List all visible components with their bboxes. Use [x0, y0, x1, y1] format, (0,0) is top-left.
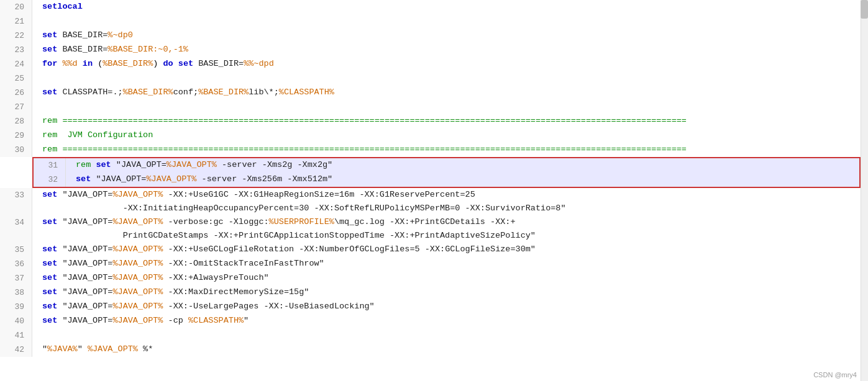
table-row: 39 set "JAVA_OPT=%JAVA_OPT% -XX:-UseLarg… — [0, 300, 861, 314]
table-row: 36 set "JAVA_OPT=%JAVA_OPT% -XX:-OmitSta… — [0, 257, 861, 271]
table-row: 21 — [0, 14, 861, 29]
table-row: 37 set "JAVA_OPT=%JAVA_OPT% -XX:+AlwaysP… — [0, 271, 861, 285]
code-line: set CLASSPATH=.;%BASE_DIR%conf;%BASE_DIR… — [32, 86, 861, 100]
line-number: 35 — [0, 243, 32, 257]
table-row: 23 set BASE_DIR=%BASE_DIR:~0,-1% — [0, 43, 861, 57]
line-number: 21 — [0, 14, 32, 29]
line-number: 27 — [0, 100, 32, 114]
code-line: "%JAVA%" %JAVA_OPT% %* — [32, 343, 861, 357]
table-row: 20 setlocal — [0, 0, 861, 14]
table-row: 34 set "JAVA_OPT=%JAVA_OPT% -verbose:gc … — [0, 215, 861, 243]
table-row: 24 for %%d in (%BASE_DIR%) do set BASE_D… — [0, 57, 861, 71]
line-number: 28 — [0, 114, 32, 128]
line-number: 26 — [0, 86, 32, 100]
code-line: rem ====================================… — [32, 114, 861, 128]
code-line: rem set "JAVA_OPT=%JAVA_OPT% -server -Xm… — [66, 158, 859, 173]
code-line: set BASE_DIR=%~dp0 — [32, 29, 861, 43]
table-row: 35 set "JAVA_OPT=%JAVA_OPT% -XX:+UseGCLo… — [0, 243, 861, 257]
boxed-block: 31 rem set "JAVA_OPT=%JAVA_OPT% -server … — [32, 157, 861, 188]
code-line: set BASE_DIR=%BASE_DIR:~0,-1% — [32, 43, 861, 57]
table-row: 42 "%JAVA%" %JAVA_OPT% %* — [0, 343, 861, 357]
scrollbar[interactable] — [861, 0, 868, 381]
table-row: 26 set CLASSPATH=.;%BASE_DIR%conf;%BASE_… — [0, 86, 861, 100]
line-number: 36 — [0, 257, 32, 271]
code-line: set "JAVA_OPT=%JAVA_OPT% -XX:MaxDirectMe… — [32, 285, 861, 300]
line-number: 23 — [0, 43, 32, 57]
code-line: setlocal — [32, 0, 861, 14]
code-line: set "JAVA_OPT=%JAVA_OPT% -cp %CLASSPATH%… — [32, 314, 861, 328]
line-number: 38 — [0, 285, 32, 300]
code-line: rem ====================================… — [32, 143, 861, 157]
line-number: 41 — [0, 328, 32, 343]
code-line: set "JAVA_OPT=%JAVA_OPT% -XX:+UseGCLogFi… — [32, 243, 861, 257]
table-row: 22 set BASE_DIR=%~dp0 — [0, 29, 861, 43]
table-row: 38 set "JAVA_OPT=%JAVA_OPT% -XX:MaxDirec… — [0, 285, 861, 300]
line-number: 30 — [0, 143, 32, 157]
table-row: 30 rem =================================… — [0, 143, 861, 157]
line-number: 24 — [0, 57, 32, 71]
table-row: 41 — [0, 328, 861, 343]
code-editor: 20 setlocal 21 22 set BASE_DIR=%~dp0 23 … — [0, 0, 868, 381]
line-number: 31 — [34, 158, 66, 173]
code-line: set "JAVA_OPT=%JAVA_OPT% -XX:-OmitStackT… — [32, 257, 861, 271]
line-number: 40 — [0, 314, 32, 328]
code-line: set "JAVA_OPT=%JAVA_OPT% -server -Xms256… — [66, 173, 859, 187]
watermark: CSDN @mry4 — [813, 371, 857, 379]
code-line: set "JAVA_OPT=%JAVA_OPT% -XX:+UseG1GC -X… — [32, 188, 861, 215]
line-number: 22 — [0, 29, 32, 43]
line-number: 20 — [0, 0, 32, 14]
line-number: 34 — [0, 215, 32, 243]
code-line: set "JAVA_OPT=%JAVA_OPT% -XX:+AlwaysPreT… — [32, 271, 861, 285]
line-number: 25 — [0, 71, 32, 86]
line-number: 39 — [0, 300, 32, 314]
line-number: 37 — [0, 271, 32, 285]
table-row: 33 set "JAVA_OPT=%JAVA_OPT% -XX:+UseG1GC… — [0, 188, 861, 215]
code-line — [32, 71, 861, 86]
code-line — [32, 328, 861, 343]
code-line: set "JAVA_OPT=%JAVA_OPT% -verbose:gc -Xl… — [32, 215, 861, 243]
code-line: for %%d in (%BASE_DIR%) do set BASE_DIR=… — [32, 57, 861, 71]
scrollbar-thumb[interactable] — [861, 0, 868, 19]
table-row: 32 set "JAVA_OPT=%JAVA_OPT% -server -Xms… — [34, 173, 859, 187]
table-row: 28 rem =================================… — [0, 114, 861, 128]
code-line: set "JAVA_OPT=%JAVA_OPT% -XX:-UseLargePa… — [32, 300, 861, 314]
line-number: 29 — [0, 128, 32, 143]
code-line — [32, 100, 861, 114]
table-row: 29 rem JVM Configuration — [0, 128, 861, 143]
line-number: 33 — [0, 188, 32, 215]
table-row: 40 set "JAVA_OPT=%JAVA_OPT% -cp %CLASSPA… — [0, 314, 861, 328]
code-line: rem JVM Configuration — [32, 128, 861, 143]
table-row: 31 rem set "JAVA_OPT=%JAVA_OPT% -server … — [34, 158, 859, 173]
table-row: 25 — [0, 71, 861, 86]
table-row: 27 — [0, 100, 861, 114]
line-number: 42 — [0, 343, 32, 357]
code-line — [32, 14, 861, 29]
line-number: 32 — [34, 173, 66, 187]
